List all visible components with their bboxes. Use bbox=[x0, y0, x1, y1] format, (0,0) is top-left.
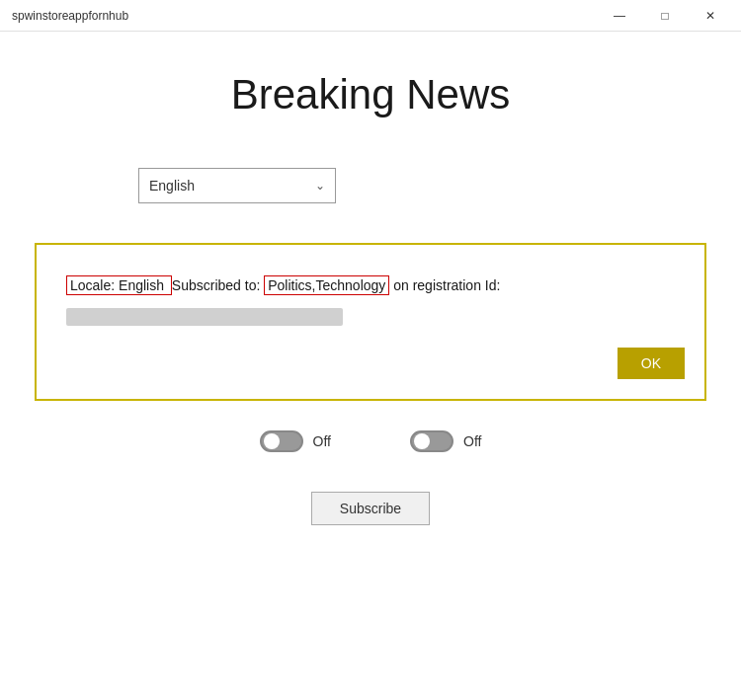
toggle-thumb-2 bbox=[414, 433, 430, 449]
registration-id-value bbox=[66, 308, 343, 326]
toggles-row: Off Off bbox=[260, 430, 482, 452]
toggle-switch-1[interactable] bbox=[260, 430, 303, 452]
registration-label-text: on registration Id: bbox=[393, 277, 500, 293]
toggle-thumb-1 bbox=[264, 433, 280, 449]
title-bar: spwinstoreappfornhub — □ ✕ bbox=[0, 0, 741, 32]
subscribe-button[interactable]: Subscribe bbox=[311, 492, 430, 525]
subscribed-value: Politics,Technology bbox=[264, 275, 389, 295]
main-content: Breaking News English ⌄ Locale: English … bbox=[0, 32, 741, 565]
maximize-button[interactable]: □ bbox=[642, 0, 688, 32]
subscribed-to-text: Subscribed to: bbox=[172, 277, 264, 293]
chevron-down-icon: ⌄ bbox=[315, 179, 325, 193]
window-controls: — □ ✕ bbox=[597, 0, 733, 32]
toggle-label-1: Off bbox=[313, 433, 331, 449]
toggle-item-1: Off bbox=[260, 430, 331, 452]
minimize-button[interactable]: — bbox=[597, 0, 642, 32]
language-dropdown-wrapper: English ⌄ bbox=[138, 168, 336, 203]
toggle-switch-2[interactable] bbox=[410, 430, 453, 452]
app-title: spwinstoreappfornhub bbox=[12, 9, 128, 23]
ok-button[interactable]: OK bbox=[618, 348, 685, 379]
language-dropdown[interactable]: English ⌄ bbox=[138, 168, 336, 203]
dropdown-selected-value: English bbox=[149, 178, 195, 194]
close-button[interactable]: ✕ bbox=[688, 0, 733, 32]
locale-value: English bbox=[119, 277, 164, 293]
page-title: Breaking News bbox=[231, 71, 510, 118]
dialog-box: Locale: English Subscribed to: Politics,… bbox=[35, 243, 706, 401]
locale-label-value: Locale: English bbox=[66, 275, 172, 295]
toggle-item-2: Off bbox=[410, 430, 481, 452]
toggle-label-2: Off bbox=[463, 433, 481, 449]
dialog-text-line: Locale: English Subscribed to: Politics,… bbox=[66, 274, 675, 296]
locale-label: Locale: bbox=[70, 277, 115, 293]
